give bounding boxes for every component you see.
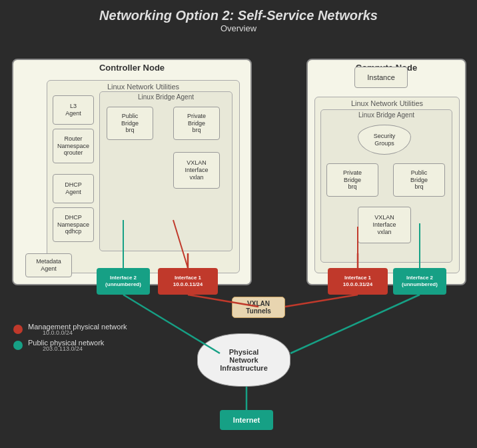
svg-line-5 [290,295,420,353]
compute-lnu-title: Linux Network Utilities [315,97,459,109]
compute-public-bridge: PublicBridgebrq [393,163,445,197]
internet-label: Internet [233,416,260,424]
security-groups-box: SecurityGroups [358,125,411,155]
vxlan-tunnels-text: VXLANTunnels [246,300,271,315]
compute-iface2: Interface 2 (unnumbered) [393,268,446,295]
controller-lba-title: Linux Bridge Agent [100,92,232,102]
instance-label: Instance [367,73,395,81]
controller-iface1-label: Interface 1 [175,275,201,281]
controller-public-bridge-label: PublicBridgebrq [121,113,139,134]
controller-iface1: Interface 1 10.0.0.11/24 [158,268,218,295]
legend-public: Public physical network 203.0.113.0/24 [13,339,127,352]
compute-private-bridge-label: PrivateBridgebrq [343,169,362,191]
controller-iface2: Interface 2 (unnumbered) [97,268,150,295]
vxlan-tunnels-label: VXLANTunnels [232,297,285,318]
router-namespace-label: RouterNamespaceqrouter [57,135,89,157]
l3-agent-box: L3Agent [53,95,94,125]
dhcp-agent-label: DHCPAgent [65,181,82,196]
main-title: Networking Option 2: Self-Service Networ… [0,8,477,23]
controller-lba: Linux Bridge Agent PublicBridgebrq Priva… [99,91,233,251]
compute-iface2-sub: (unnumbered) [402,281,438,288]
l3-agent-label: L3Agent [65,103,81,117]
dhcp-agent-box: DHCPAgent [53,174,94,203]
controller-private-bridge: PrivateBridgebrq [173,107,220,140]
controller-vxlan-iface-label: VXLANInterfacevxlan [185,159,208,181]
internet-box: Internet [220,410,273,430]
controller-iface2-label: Interface 2 [110,275,137,281]
controller-public-bridge: PublicBridgebrq [107,107,153,140]
compute-private-bridge: PrivateBridgebrq [326,163,378,197]
compute-iface2-label: Interface 2 [406,275,433,281]
title-area: Networking Option 2: Self-Service Networ… [0,0,477,33]
compute-lba-title: Linux Bridge Agent [321,110,452,120]
svg-line-1 [285,295,358,307]
metadata-agent-label: MetadataAgent [36,258,61,273]
controller-lnu: Linux Network Utilities L3Agent RouterNa… [47,80,240,273]
security-groups-label: SecurityGroups [374,133,396,147]
legend-management-dot [13,325,23,334]
compute-iface1: Interface 1 10.0.0.31/24 [328,268,388,295]
compute-iface1-label: Interface 1 [344,275,371,281]
compute-lba: Linux Bridge Agent SecurityGroups Privat… [320,109,452,263]
compute-lnu: Linux Network Utilities Linux Bridge Age… [314,97,460,273]
legend: Management physical network 10.0.0.0/24 … [13,323,127,355]
compute-public-bridge-label: PublicBridgebrq [410,169,428,191]
controller-iface1-sub: 10.0.0.11/24 [173,281,203,288]
compute-node: Compute Node Instance Linux Network Util… [306,59,466,285]
pni-label: PhysicalNetworkInfrastructure [220,348,268,372]
subtitle: Overview [0,23,477,33]
compute-vxlan-iface: VXLANInterfacevxlan [358,207,411,243]
legend-management: Management physical network 10.0.0.0/24 [13,323,127,336]
legend-public-dot [13,341,23,350]
controller-private-bridge-label: PrivateBridgebrq [187,113,206,134]
controller-node: Controller Node Linux Network Utilities … [12,59,252,285]
main-container: Networking Option 2: Self-Service Networ… [0,0,477,448]
instance-box: Instance [354,67,408,88]
metadata-agent-box: MetadataAgent [25,253,72,277]
dhcp-namespace-box: DHCPNamespaceqdhcp [53,207,94,242]
compute-vxlan-iface-label: VXLANInterfacevxlan [372,214,396,235]
router-namespace-box: RouterNamespaceqrouter [53,129,94,163]
controller-iface2-sub: (unnumbered) [105,281,141,288]
controller-vxlan-iface: VXLANInterfacevxlan [173,152,220,189]
controller-node-title: Controller Node [13,60,250,74]
pni-cloud: PhysicalNetworkInfrastructure [197,333,290,387]
compute-iface1-sub: 10.0.0.31/24 [343,281,372,288]
dhcp-namespace-label: DHCPNamespaceqdhcp [57,214,89,235]
